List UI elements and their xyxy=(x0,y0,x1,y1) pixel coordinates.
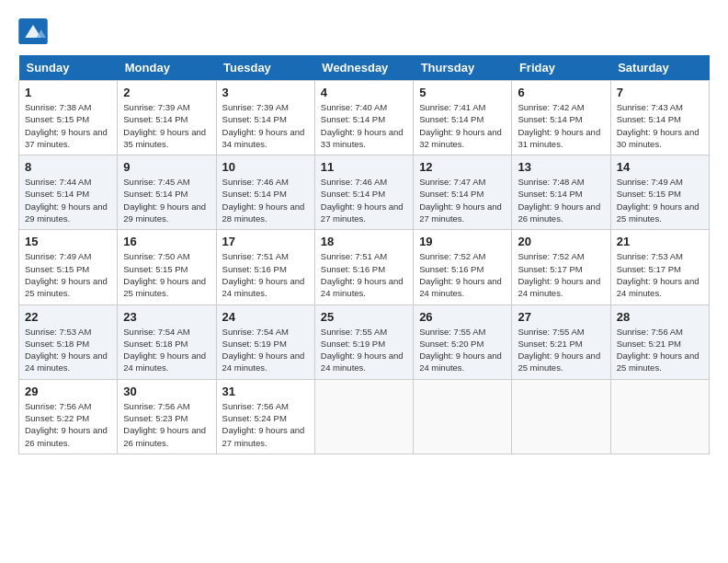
day-number: 22 xyxy=(25,310,111,324)
calendar-week-row: 8Sunrise: 7:44 AMSunset: 5:14 PMDaylight… xyxy=(19,155,710,230)
day-info: Sunrise: 7:44 AMSunset: 5:14 PMDaylight:… xyxy=(25,176,111,224)
day-info: Sunrise: 7:53 AMSunset: 5:18 PMDaylight:… xyxy=(25,326,111,374)
day-info: Sunrise: 7:51 AMSunset: 5:16 PMDaylight:… xyxy=(321,250,407,299)
calendar-cell: 26Sunrise: 7:55 AMSunset: 5:20 PMDayligh… xyxy=(414,304,512,379)
calendar-cell: 20Sunrise: 7:52 AMSunset: 5:17 PMDayligh… xyxy=(512,230,610,304)
day-info: Sunrise: 7:49 AMSunset: 5:15 PMDaylight:… xyxy=(617,176,703,224)
calendar-cell: 25Sunrise: 7:55 AMSunset: 5:19 PMDayligh… xyxy=(314,304,413,379)
day-info: Sunrise: 7:54 AMSunset: 5:19 PMDaylight:… xyxy=(222,326,309,374)
calendar-cell xyxy=(314,379,413,454)
day-info: Sunrise: 7:40 AMSunset: 5:14 PMDaylight:… xyxy=(321,101,407,150)
weekday-header-sunday: Sunday xyxy=(19,55,118,81)
day-info: Sunrise: 7:55 AMSunset: 5:19 PMDaylight:… xyxy=(321,326,407,374)
calendar-week-row: 29Sunrise: 7:56 AMSunset: 5:22 PMDayligh… xyxy=(19,379,710,454)
day-info: Sunrise: 7:55 AMSunset: 5:20 PMDaylight:… xyxy=(419,326,506,374)
day-info: Sunrise: 7:53 AMSunset: 5:17 PMDaylight:… xyxy=(617,250,703,299)
day-number: 24 xyxy=(222,310,309,324)
day-info: Sunrise: 7:50 AMSunset: 5:15 PMDaylight:… xyxy=(123,250,210,299)
calendar-cell: 22Sunrise: 7:53 AMSunset: 5:18 PMDayligh… xyxy=(19,304,118,379)
day-info: Sunrise: 7:41 AMSunset: 5:14 PMDaylight:… xyxy=(419,101,506,150)
day-info: Sunrise: 7:39 AMSunset: 5:14 PMDaylight:… xyxy=(123,101,210,150)
day-info: Sunrise: 7:55 AMSunset: 5:21 PMDaylight:… xyxy=(518,326,604,374)
day-number: 29 xyxy=(25,385,111,398)
day-number: 8 xyxy=(25,160,111,174)
calendar-cell xyxy=(414,379,512,454)
day-info: Sunrise: 7:39 AMSunset: 5:14 PMDaylight:… xyxy=(222,101,309,150)
calendar-cell: 15Sunrise: 7:49 AMSunset: 5:15 PMDayligh… xyxy=(19,230,118,304)
calendar-cell: 8Sunrise: 7:44 AMSunset: 5:14 PMDaylight… xyxy=(19,155,118,230)
calendar-cell xyxy=(512,379,610,454)
day-number: 1 xyxy=(25,86,111,99)
weekday-header-friday: Friday xyxy=(512,55,610,81)
day-number: 28 xyxy=(617,310,703,324)
day-info: Sunrise: 7:48 AMSunset: 5:14 PMDaylight:… xyxy=(518,176,604,224)
day-number: 12 xyxy=(419,160,506,174)
calendar-cell: 11Sunrise: 7:46 AMSunset: 5:14 PMDayligh… xyxy=(314,155,413,230)
calendar-cell: 1Sunrise: 7:38 AMSunset: 5:15 PMDaylight… xyxy=(19,81,118,155)
day-info: Sunrise: 7:56 AMSunset: 5:22 PMDaylight:… xyxy=(25,400,111,449)
day-number: 30 xyxy=(123,385,210,398)
calendar-week-row: 15Sunrise: 7:49 AMSunset: 5:15 PMDayligh… xyxy=(19,230,710,304)
day-number: 19 xyxy=(419,235,506,248)
day-info: Sunrise: 7:56 AMSunset: 5:23 PMDaylight:… xyxy=(123,400,210,449)
day-number: 15 xyxy=(25,235,111,248)
calendar-cell: 2Sunrise: 7:39 AMSunset: 5:14 PMDaylight… xyxy=(118,81,216,155)
day-number: 11 xyxy=(321,160,407,174)
weekday-header-thursday: Thursday xyxy=(414,55,512,81)
weekday-header-tuesday: Tuesday xyxy=(216,55,314,81)
weekday-header-monday: Monday xyxy=(118,55,216,81)
calendar-cell: 24Sunrise: 7:54 AMSunset: 5:19 PMDayligh… xyxy=(216,304,314,379)
day-info: Sunrise: 7:38 AMSunset: 5:15 PMDaylight:… xyxy=(25,101,111,150)
day-info: Sunrise: 7:47 AMSunset: 5:14 PMDaylight:… xyxy=(419,176,506,224)
day-info: Sunrise: 7:52 AMSunset: 5:16 PMDaylight:… xyxy=(419,250,506,299)
weekday-header-saturday: Saturday xyxy=(610,55,709,81)
day-info: Sunrise: 7:49 AMSunset: 5:15 PMDaylight:… xyxy=(25,250,111,299)
calendar-cell: 3Sunrise: 7:39 AMSunset: 5:14 PMDaylight… xyxy=(216,81,314,155)
day-info: Sunrise: 7:46 AMSunset: 5:14 PMDaylight:… xyxy=(321,176,407,224)
calendar-table: SundayMondayTuesdayWednesdayThursdayFrid… xyxy=(18,55,710,454)
day-number: 14 xyxy=(617,160,703,174)
day-number: 9 xyxy=(123,160,210,174)
day-number: 5 xyxy=(419,86,506,99)
day-info: Sunrise: 7:45 AMSunset: 5:14 PMDaylight:… xyxy=(123,176,210,224)
calendar-cell: 10Sunrise: 7:46 AMSunset: 5:14 PMDayligh… xyxy=(216,155,314,230)
day-number: 23 xyxy=(123,310,210,324)
calendar-cell: 18Sunrise: 7:51 AMSunset: 5:16 PMDayligh… xyxy=(314,230,413,304)
calendar-cell: 31Sunrise: 7:56 AMSunset: 5:24 PMDayligh… xyxy=(216,379,314,454)
calendar-cell: 23Sunrise: 7:54 AMSunset: 5:18 PMDayligh… xyxy=(118,304,216,379)
weekday-header-row: SundayMondayTuesdayWednesdayThursdayFrid… xyxy=(19,55,710,81)
calendar-cell: 12Sunrise: 7:47 AMSunset: 5:14 PMDayligh… xyxy=(414,155,512,230)
day-info: Sunrise: 7:43 AMSunset: 5:14 PMDaylight:… xyxy=(617,101,703,150)
calendar-cell: 7Sunrise: 7:43 AMSunset: 5:14 PMDaylight… xyxy=(610,81,709,155)
day-number: 21 xyxy=(617,235,703,248)
day-number: 7 xyxy=(617,86,703,99)
day-info: Sunrise: 7:56 AMSunset: 5:24 PMDaylight:… xyxy=(222,400,309,449)
day-number: 26 xyxy=(419,310,506,324)
calendar-cell: 30Sunrise: 7:56 AMSunset: 5:23 PMDayligh… xyxy=(118,379,216,454)
logo xyxy=(18,18,51,44)
calendar-cell: 6Sunrise: 7:42 AMSunset: 5:14 PMDaylight… xyxy=(512,81,610,155)
page-header xyxy=(18,18,710,44)
day-info: Sunrise: 7:46 AMSunset: 5:14 PMDaylight:… xyxy=(222,176,309,224)
calendar-cell: 21Sunrise: 7:53 AMSunset: 5:17 PMDayligh… xyxy=(610,230,709,304)
day-number: 31 xyxy=(222,385,309,398)
day-number: 16 xyxy=(123,235,210,248)
calendar-cell: 27Sunrise: 7:55 AMSunset: 5:21 PMDayligh… xyxy=(512,304,610,379)
calendar-cell: 17Sunrise: 7:51 AMSunset: 5:16 PMDayligh… xyxy=(216,230,314,304)
day-number: 10 xyxy=(222,160,309,174)
day-number: 18 xyxy=(321,235,407,248)
calendar-cell xyxy=(610,379,709,454)
day-number: 20 xyxy=(518,235,604,248)
calendar-week-row: 1Sunrise: 7:38 AMSunset: 5:15 PMDaylight… xyxy=(19,81,710,155)
calendar-cell: 28Sunrise: 7:56 AMSunset: 5:21 PMDayligh… xyxy=(610,304,709,379)
day-info: Sunrise: 7:52 AMSunset: 5:17 PMDaylight:… xyxy=(518,250,604,299)
day-number: 2 xyxy=(123,86,210,99)
day-number: 3 xyxy=(222,86,309,99)
calendar-cell: 9Sunrise: 7:45 AMSunset: 5:14 PMDaylight… xyxy=(118,155,216,230)
calendar-week-row: 22Sunrise: 7:53 AMSunset: 5:18 PMDayligh… xyxy=(19,304,710,379)
day-number: 27 xyxy=(518,310,604,324)
day-number: 4 xyxy=(321,86,407,99)
weekday-header-wednesday: Wednesday xyxy=(314,55,413,81)
calendar-cell: 19Sunrise: 7:52 AMSunset: 5:16 PMDayligh… xyxy=(414,230,512,304)
calendar-cell: 5Sunrise: 7:41 AMSunset: 5:14 PMDaylight… xyxy=(414,81,512,155)
